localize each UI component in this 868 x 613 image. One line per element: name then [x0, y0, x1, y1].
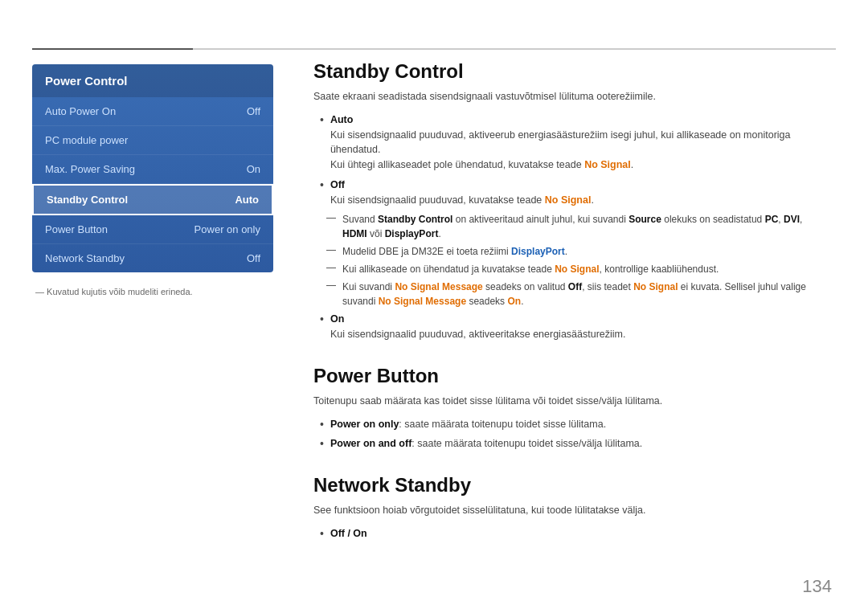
bullet-power-on-only: • Power on only: saate määrata toitenupu…	[313, 417, 828, 432]
section-standby-control: Standby Control Saate ekraani seadistada…	[313, 60, 828, 342]
menu-item-auto-power-on[interactable]: Auto Power On Off	[32, 97, 273, 126]
bullet-off-content: Off Kui sisendsignaalid puuduvad, kuvata…	[330, 178, 594, 208]
menu-item-max-power[interactable]: Max. Power Saving On	[32, 155, 273, 184]
menu-item-standby-control[interactable]: Standby Control Auto	[32, 184, 273, 215]
bullet-power-on-off: • Power on and off: saate määrata toiten…	[313, 436, 828, 452]
section-power-button: Power Button Toitenupu saab määrata kas …	[313, 365, 828, 452]
menu-title: Power Control	[32, 64, 273, 97]
network-standby-title: Network Standby	[313, 474, 828, 497]
page-number: 134	[802, 576, 832, 597]
bullet-auto-content: Auto Kui sisendsignaalid puuduvad, aktiv…	[330, 112, 828, 173]
menu-box: Power Control Auto Power On Off PC modul…	[32, 64, 273, 272]
bullet-on: • On Kui sisendsignaalid puuduvad, aktiv…	[313, 312, 828, 342]
bullet-auto: • Auto Kui sisendsignaalid puuduvad, akt…	[313, 112, 828, 173]
top-divider	[32, 48, 836, 50]
sub-bullet-1: — Suvand Standby Control on aktiveeritau…	[313, 212, 828, 241]
right-content: Standby Control Saate ekraani seadistada…	[313, 60, 828, 573]
sub-bullet-2: — Mudelid DBE ja DM32E ei toeta režiimi …	[313, 244, 828, 259]
standby-control-title: Standby Control	[313, 60, 828, 83]
section-network-standby: Network Standby See funktsioon hoiab võr…	[313, 474, 828, 541]
bullet-dot-on: •	[320, 313, 324, 325]
network-standby-desc: See funktsioon hoiab võrgutoidet sisselü…	[313, 503, 828, 518]
bullet-dot-auto: •	[320, 113, 324, 126]
footnote: — Kuvatud kujutis võib mudeliti erineda.	[32, 287, 273, 296]
standby-control-desc: Saate ekraani seadistada sisendsignaali …	[313, 89, 828, 104]
menu-item-power-button[interactable]: Power Button Power on only	[32, 215, 273, 244]
bullet-off: • Off Kui sisendsignaalid puuduvad, kuva…	[313, 178, 828, 208]
bullet-dot-off: •	[320, 178, 324, 191]
power-button-title: Power Button	[313, 365, 828, 387]
bullet-on-content: On Kui sisendsignaalid puuduvad, aktivee…	[330, 312, 626, 342]
bullet-off-on: • Off / On	[313, 526, 828, 541]
left-panel: Power Control Auto Power On Off PC modul…	[32, 64, 273, 296]
menu-item-pc-module[interactable]: PC module power	[32, 126, 273, 155]
power-button-desc: Toitenupu saab määrata kas toidet sisse …	[313, 394, 828, 409]
menu-item-network-standby[interactable]: Network Standby Off	[32, 244, 273, 272]
sub-bullet-3: — Kui allikaseade on ühendatud ja kuvata…	[313, 262, 828, 276]
sub-bullet-4: — Kui suvandi No Signal Message seadeks …	[313, 280, 828, 309]
